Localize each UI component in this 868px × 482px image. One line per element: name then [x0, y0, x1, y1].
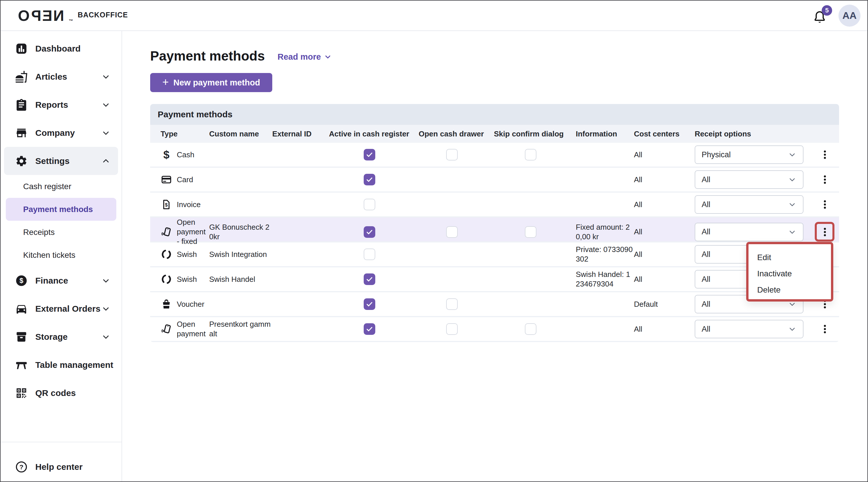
cash-icon: $: [161, 149, 172, 161]
column-header-information: Information: [576, 130, 634, 138]
cost-centers-cell: All: [634, 250, 695, 259]
sidebar-item-external-orders[interactable]: External Orders: [4, 294, 118, 323]
sidebar-subitem-payment-methods[interactable]: Payment methods: [6, 198, 116, 221]
column-header-external-id: External ID: [272, 130, 329, 138]
read-more-link[interactable]: Read more: [277, 52, 332, 62]
table-header-row: TypeCustom nameExternal IDActive in cash…: [150, 125, 839, 143]
cost-centers-cell: All: [634, 275, 695, 284]
row-actions-button[interactable]: [817, 195, 832, 214]
column-header-cost-centers: Cost centers: [634, 130, 695, 138]
svg-text:$: $: [165, 202, 167, 208]
row-actions-button[interactable]: [817, 170, 832, 189]
active-in-cash-register-checkbox[interactable]: [364, 199, 375, 210]
receipt-options-select[interactable]: All: [695, 170, 804, 189]
sidebar-item-help-center[interactable]: ?Help center: [4, 454, 118, 480]
row-actions-button[interactable]: [817, 223, 832, 241]
new-payment-method-label: New payment method: [173, 78, 260, 87]
chevron-down-icon: [788, 228, 797, 236]
sidebar-subitem-label: Cash register: [23, 182, 71, 191]
type-cell: Open payment - fixed: [161, 218, 209, 246]
receipt-options-select[interactable]: All: [695, 195, 804, 214]
receipt-options-value: All: [702, 275, 710, 284]
row-actions-button[interactable]: [817, 320, 832, 338]
active-in-cash-register-checkbox[interactable]: [364, 274, 375, 285]
sidebar-item-reports[interactable]: Reports: [4, 91, 118, 119]
open-cash-drawer-checkbox[interactable]: [446, 299, 458, 310]
sidebar-item-label: Finance: [35, 276, 68, 286]
open-cash-drawer-checkbox[interactable]: [446, 226, 458, 238]
sidebar-item-qr-codes[interactable]: QR codes: [4, 379, 118, 407]
sidebar-item-table-management[interactable]: Table management: [4, 351, 118, 379]
chevron-down-icon: [101, 276, 111, 285]
brand-logo: OPEN™ BACKOFFICE: [18, 8, 128, 23]
receipt-options-value: All: [702, 200, 710, 209]
active-in-cash-register-checkbox[interactable]: [364, 226, 375, 238]
row-actions-menu: EditInactivateDelete: [746, 242, 833, 302]
active-in-cash-register-checkbox[interactable]: [364, 149, 375, 161]
custom-name-cell: Swish Integration: [209, 250, 271, 259]
sidebar-item-storage[interactable]: Storage: [4, 323, 118, 351]
sidebar-item-dashboard[interactable]: Dashboard: [4, 34, 118, 62]
new-payment-method-button[interactable]: + New payment method: [150, 73, 272, 92]
information-cell: Private: 0733090302: [576, 245, 633, 264]
cost-centers-cell: All: [634, 150, 695, 160]
type-cell: Card: [161, 174, 209, 186]
sidebar-item-articles[interactable]: Articles: [4, 62, 118, 91]
dashboard-icon: [15, 42, 28, 55]
invoice-icon: $: [161, 199, 172, 210]
receipt-options-select[interactable]: All: [695, 320, 804, 338]
app-window: OPEN™ BACKOFFICE 5 AA DashboardArticlesR…: [0, 0, 868, 482]
active-in-cash-register-checkbox[interactable]: [364, 299, 375, 310]
open-cash-drawer-checkbox[interactable]: [446, 323, 458, 335]
reports-icon: [15, 98, 28, 111]
type-label: Card: [177, 175, 193, 185]
sidebar-item-company[interactable]: Company: [4, 119, 118, 147]
sidebar-item-label: Company: [35, 128, 75, 138]
type-label: Cash: [177, 150, 194, 160]
voucher-icon: [161, 299, 172, 310]
avatar[interactable]: AA: [838, 5, 861, 27]
active-in-cash-register-checkbox[interactable]: [364, 249, 375, 260]
skip-confirm-dialog-checkbox[interactable]: [525, 323, 536, 335]
skip-confirm-dialog-checkbox[interactable]: [525, 226, 536, 238]
row-actions-button[interactable]: [817, 145, 832, 164]
open-payment-icon: [161, 226, 172, 238]
sidebar-item-finance[interactable]: $Finance: [4, 266, 118, 294]
receipt-options-value: All: [702, 227, 710, 237]
brand-suffix: BACKOFFICE: [78, 11, 128, 19]
check-icon: [365, 300, 374, 309]
active-in-cash-register-checkbox[interactable]: [364, 174, 375, 186]
receipt-options-select[interactable]: All: [695, 223, 804, 241]
receipt-options-value: Physical: [702, 150, 731, 160]
menu-item-inactivate[interactable]: Inactivate: [748, 265, 831, 282]
table-management-icon: [15, 359, 28, 371]
table-row: Open paymentPresentkort gammaltAllAll: [150, 317, 839, 342]
sidebar-subitem-receipts[interactable]: Receipts: [6, 221, 116, 244]
skip-confirm-dialog-checkbox[interactable]: [525, 149, 536, 161]
column-header-receipt-options: Receipt options: [695, 130, 810, 138]
svg-text:$: $: [20, 277, 23, 284]
sidebar-item-settings[interactable]: Settings: [4, 147, 118, 175]
chevron-down-icon: [324, 53, 332, 61]
sidebar-subitem-cash-register[interactable]: Cash register: [6, 175, 116, 198]
open-cash-drawer-checkbox[interactable]: [446, 149, 458, 161]
check-icon: [365, 150, 374, 159]
sidebar-item-label: Storage: [35, 332, 68, 342]
table-row: $CashAllPhysical: [150, 143, 839, 168]
sidebar-subitem-label: Kitchen tickets: [23, 251, 75, 260]
active-in-cash-register-checkbox[interactable]: [364, 323, 375, 335]
notifications-button[interactable]: 5: [812, 7, 829, 24]
menu-item-delete[interactable]: Delete: [748, 282, 831, 298]
check-icon: [365, 325, 374, 333]
menu-item-edit[interactable]: Edit: [748, 249, 831, 265]
type-cell: Voucher: [161, 299, 209, 310]
sidebar-item-label: Dashboard: [35, 44, 81, 54]
table-row: $InvoiceAllAll: [150, 193, 839, 218]
type-cell: Swish: [161, 274, 209, 285]
receipt-options-select[interactable]: Physical: [695, 145, 804, 164]
check-icon: [365, 228, 374, 236]
card-icon: [161, 174, 172, 186]
chevron-down-icon: [101, 128, 111, 138]
sidebar-subitem-kitchen-tickets[interactable]: Kitchen tickets: [6, 244, 116, 266]
type-label: Swish: [177, 275, 197, 284]
